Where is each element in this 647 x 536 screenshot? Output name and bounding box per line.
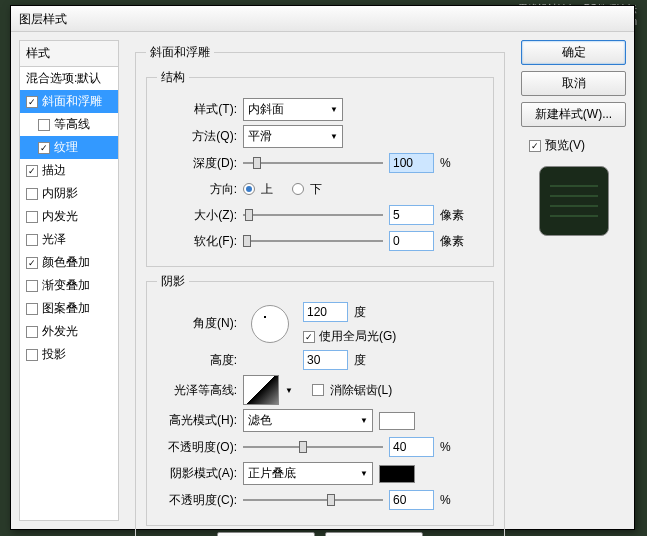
shadow-mode-combo[interactable]: 正片叠底▼	[243, 462, 373, 485]
depth-input[interactable]: 100	[389, 153, 434, 173]
checkbox-icon[interactable]	[26, 257, 38, 269]
angle-label: 角度(N):	[157, 315, 237, 332]
bevel-legend: 斜面和浮雕	[146, 44, 214, 61]
opacity2-input[interactable]: 60	[389, 490, 434, 510]
highlight-mode-combo[interactable]: 滤色▼	[243, 409, 373, 432]
chevron-down-icon[interactable]: ▼	[285, 386, 293, 395]
opacity1-label: 不透明度(O):	[157, 439, 237, 456]
preview-thumbnail	[539, 166, 609, 236]
percent-label: %	[440, 156, 451, 170]
soften-input[interactable]: 0	[389, 231, 434, 251]
direction-label: 方向:	[157, 181, 237, 198]
satin-item[interactable]: 光泽	[20, 228, 118, 251]
checkbox-icon[interactable]	[26, 303, 38, 315]
opacity1-input[interactable]: 40	[389, 437, 434, 457]
structure-fieldset: 结构 样式(T): 内斜面▼ 方法(Q): 平滑▼ 深度(D): 100 %	[146, 69, 494, 267]
texture-item[interactable]: 纹理	[20, 136, 118, 159]
soften-slider[interactable]	[243, 240, 383, 242]
opacity1-slider[interactable]	[243, 446, 383, 448]
size-slider[interactable]	[243, 214, 383, 216]
inner-shadow-item[interactable]: 内阴影	[20, 182, 118, 205]
antialias-check[interactable]	[312, 384, 324, 396]
size-label: 大小(Z):	[157, 207, 237, 224]
highlight-mode-label: 高光模式(H):	[157, 412, 237, 429]
technique-combo[interactable]: 平滑▼	[243, 125, 343, 148]
chevron-down-icon: ▼	[330, 132, 338, 141]
chevron-down-icon: ▼	[330, 105, 338, 114]
checkbox-icon[interactable]	[38, 119, 50, 131]
checkbox-icon[interactable]	[26, 234, 38, 246]
angle-input[interactable]: 120	[303, 302, 348, 322]
checkbox-icon[interactable]	[26, 211, 38, 223]
altitude-input[interactable]: 30	[303, 350, 348, 370]
checkbox-icon[interactable]	[26, 96, 38, 108]
shading-fieldset: 阴影 角度(N): 120 度 使用全局光(G)	[146, 273, 494, 526]
reset-default-button[interactable]: 复位为默认值	[325, 532, 423, 536]
angle-control[interactable]	[251, 305, 289, 343]
highlight-color-swatch[interactable]	[379, 412, 415, 430]
stroke-item[interactable]: 描边	[20, 159, 118, 182]
checkbox-icon[interactable]	[26, 280, 38, 292]
gradient-overlay-item[interactable]: 渐变叠加	[20, 274, 118, 297]
direction-down-radio[interactable]	[292, 183, 304, 195]
styles-header: 样式	[20, 41, 118, 67]
technique-label: 方法(Q):	[157, 128, 237, 145]
checkbox-icon[interactable]	[26, 188, 38, 200]
checkbox-icon[interactable]	[26, 165, 38, 177]
checkbox-icon[interactable]	[38, 142, 50, 154]
styles-panel: 样式 混合选项:默认 斜面和浮雕 等高线 纹理 描边 内阴影 内发光 光泽 颜色…	[19, 40, 119, 521]
contour-item[interactable]: 等高线	[20, 113, 118, 136]
shadow-color-swatch[interactable]	[379, 465, 415, 483]
depth-label: 深度(D):	[157, 155, 237, 172]
make-default-button[interactable]: 设置为默认值	[217, 532, 315, 536]
gloss-contour-picker[interactable]	[243, 375, 279, 405]
shading-legend: 阴影	[157, 273, 189, 290]
size-input[interactable]: 5	[389, 205, 434, 225]
inner-glow-item[interactable]: 内发光	[20, 205, 118, 228]
drop-shadow-item[interactable]: 投影	[20, 343, 118, 366]
px-label: 像素	[440, 207, 464, 224]
outer-glow-item[interactable]: 外发光	[20, 320, 118, 343]
new-style-button[interactable]: 新建样式(W)...	[521, 102, 626, 127]
pattern-overlay-item[interactable]: 图案叠加	[20, 297, 118, 320]
preview-check[interactable]	[529, 140, 541, 152]
settings-panel: 斜面和浮雕 结构 样式(T): 内斜面▼ 方法(Q): 平滑▼ 深度(D): 1…	[127, 40, 513, 521]
altitude-label: 高度:	[157, 352, 237, 369]
preview-label: 预览(V)	[545, 137, 585, 154]
soften-label: 软化(F):	[157, 233, 237, 250]
global-light-check[interactable]	[303, 331, 315, 343]
action-panel: 确定 取消 新建样式(W)... 预览(V)	[521, 40, 626, 521]
depth-slider[interactable]	[243, 162, 383, 164]
dialog-title: 图层样式	[19, 12, 67, 26]
bevel-fieldset: 斜面和浮雕 结构 样式(T): 内斜面▼ 方法(Q): 平滑▼ 深度(D): 1…	[135, 44, 505, 536]
structure-legend: 结构	[157, 69, 189, 86]
ok-button[interactable]: 确定	[521, 40, 626, 65]
px-label: 像素	[440, 233, 464, 250]
bevel-item[interactable]: 斜面和浮雕	[20, 90, 118, 113]
gloss-contour-label: 光泽等高线:	[157, 382, 237, 399]
style-combo[interactable]: 内斜面▼	[243, 98, 343, 121]
checkbox-icon[interactable]	[26, 326, 38, 338]
shadow-mode-label: 阴影模式(A):	[157, 465, 237, 482]
title-bar[interactable]: 图层样式	[11, 6, 634, 32]
style-label: 样式(T):	[157, 101, 237, 118]
chevron-down-icon: ▼	[360, 416, 368, 425]
direction-up-radio[interactable]	[243, 183, 255, 195]
checkbox-icon[interactable]	[26, 349, 38, 361]
cancel-button[interactable]: 取消	[521, 71, 626, 96]
layer-style-dialog: 图层样式 样式 混合选项:默认 斜面和浮雕 等高线 纹理 描边 内阴影 内发光 …	[10, 5, 635, 530]
opacity2-label: 不透明度(C):	[157, 492, 237, 509]
color-overlay-item[interactable]: 颜色叠加	[20, 251, 118, 274]
opacity2-slider[interactable]	[243, 499, 383, 501]
chevron-down-icon: ▼	[360, 469, 368, 478]
blend-options-item[interactable]: 混合选项:默认	[20, 67, 118, 90]
